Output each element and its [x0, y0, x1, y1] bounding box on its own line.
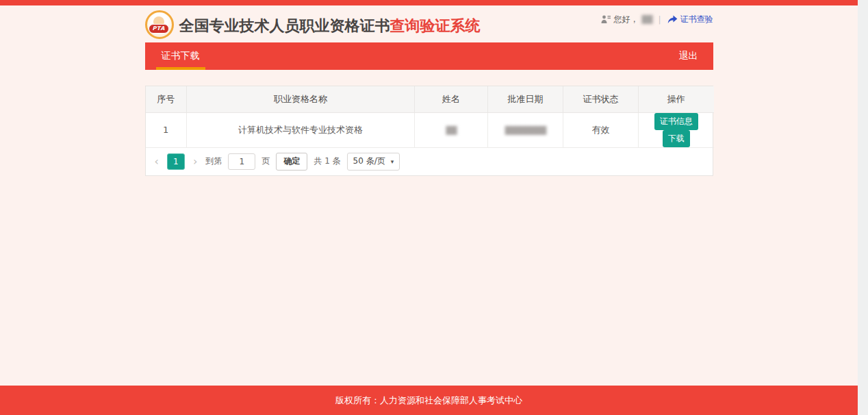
- tab-label: 证书下载: [162, 50, 200, 62]
- goto-confirm-button[interactable]: 确定: [276, 153, 307, 171]
- goto-page-prefix: 到第: [205, 155, 222, 167]
- download-button[interactable]: 下载: [663, 130, 690, 147]
- share-arrow-icon: [667, 15, 678, 24]
- next-page-arrow[interactable]: ›: [191, 156, 199, 167]
- col-actions: 操作: [639, 86, 714, 112]
- col-qualification: 职业资格名称: [187, 86, 415, 112]
- certificate-table: 序号 职业资格名称 姓名 批准日期 证书状态 操作 1 计算机技术与软件专业技术…: [146, 86, 714, 148]
- total-count-label: 共 1 条: [314, 155, 340, 167]
- separator: |: [658, 15, 661, 25]
- verify-link-label: 证书查验: [680, 14, 713, 25]
- main-nav: 证书下载 退出: [145, 42, 713, 70]
- prev-page-arrow[interactable]: ‹: [153, 156, 161, 167]
- pta-logo: PTA: [145, 10, 174, 39]
- goto-page-input[interactable]: [228, 153, 255, 170]
- certificate-table-container: 序号 职业资格名称 姓名 批准日期 证书状态 操作 1 计算机技术与软件专业技术…: [145, 86, 713, 176]
- col-index: 序号: [146, 86, 187, 112]
- site-footer: 版权所有：人力资源和社会保障部人事考试中心: [0, 386, 858, 415]
- logout-label: 退出: [679, 50, 698, 62]
- col-approval-date: 批准日期: [488, 86, 563, 112]
- certificate-verify-link[interactable]: 证书查验: [667, 14, 713, 25]
- masked-name: ██: [446, 126, 457, 135]
- tab-certificate-download[interactable]: 证书下载: [145, 42, 216, 70]
- page-size-select[interactable]: 50 条/页 ▾: [347, 153, 400, 171]
- top-accent-bar: [0, 0, 858, 5]
- user-icon: [601, 15, 611, 24]
- goto-page-suffix: 页: [261, 155, 270, 167]
- cell-name: ██: [415, 112, 488, 147]
- cell-qualification: 计算机技术与软件专业技术资格: [187, 112, 415, 147]
- copyright-text: 版权所有：人力资源和社会保障部人事考试中心: [335, 394, 522, 407]
- table-row: 1 计算机技术与软件专业技术资格 ██ ████████ 有效 证书信息 下载: [146, 112, 714, 147]
- cell-status: 有效: [563, 112, 639, 147]
- chevron-down-icon: ▾: [391, 158, 394, 165]
- cell-approval-date: ████████: [488, 112, 563, 147]
- masked-date: ████████: [505, 126, 546, 135]
- site-header: PTA 全国专业技术人员职业资格证书查询验证系统 您好， ██ | 证书查验: [145, 5, 713, 42]
- certificate-info-button[interactable]: 证书信息: [654, 113, 698, 130]
- main-content: 序号 职业资格名称 姓名 批准日期 证书状态 操作 1 计算机技术与软件专业技术…: [0, 70, 858, 386]
- scrollbar-track[interactable]: [858, 0, 868, 415]
- pagination-bar: ‹ 1 › 到第 页 确定 共 1 条 50 条/页 ▾: [146, 148, 713, 175]
- page-title-accent: 查询验证系统: [390, 17, 481, 34]
- user-area: 您好， ██ | 证书查验: [601, 14, 713, 25]
- greeting-text: 您好，: [614, 14, 639, 25]
- table-header-row: 序号 职业资格名称 姓名 批准日期 证书状态 操作: [146, 86, 714, 112]
- col-status: 证书状态: [563, 86, 639, 112]
- page-size-value: 50 条/页: [353, 155, 385, 167]
- page-container: PTA 全国专业技术人员职业资格证书查询验证系统 您好， ██ | 证书查验 证…: [0, 0, 858, 415]
- cell-index: 1: [146, 112, 187, 147]
- logo-pta-badge: PTA: [149, 24, 169, 34]
- cell-actions: 证书信息 下载: [639, 112, 714, 147]
- col-name: 姓名: [415, 86, 488, 112]
- page-number-1[interactable]: 1: [167, 153, 185, 170]
- logout-button[interactable]: 退出: [664, 42, 713, 70]
- page-title-main: 全国专业技术人员职业资格证书: [179, 17, 390, 34]
- page-title: 全国专业技术人员职业资格证书查询验证系统: [179, 16, 481, 36]
- masked-username: ██: [642, 15, 652, 24]
